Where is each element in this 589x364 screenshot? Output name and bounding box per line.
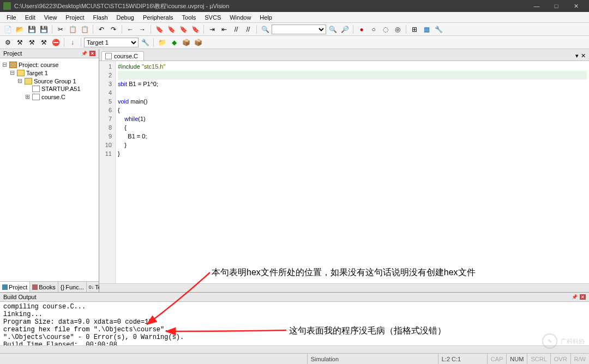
nav-fwd-icon[interactable]: → — [137, 24, 148, 35]
status-cap: CAP — [487, 354, 507, 364]
menu-help[interactable]: Help — [255, 13, 277, 22]
panel-tab-books[interactable]: Books — [30, 282, 58, 292]
close-button[interactable]: ✕ — [566, 0, 586, 12]
project-panel: Project 📌 × ⊟ Project: course ⊟ Target 1… — [0, 49, 99, 292]
bookmark-prev-icon[interactable]: 🔖 — [166, 24, 177, 35]
menubar: FileEditViewProjectFlashDebugPeripherals… — [0, 12, 589, 23]
editor-scrollbar[interactable] — [99, 283, 589, 292]
save-icon[interactable]: 💾 — [26, 24, 37, 35]
pin-icon[interactable]: 📌 — [81, 51, 87, 56]
target-select[interactable]: Target 1 — [84, 38, 139, 47]
undo-icon[interactable]: ↶ — [96, 24, 107, 35]
menu-flash[interactable]: Flash — [89, 13, 112, 22]
build-output-label: Build Output — [3, 294, 37, 300]
unindent-icon[interactable]: ⇤ — [219, 24, 230, 35]
project-tree[interactable]: ⊟ Project: course ⊟ Target 1 ⊟ Source Gr… — [0, 58, 99, 281]
build-icon[interactable]: ⚒ — [14, 37, 25, 48]
annotation-errors: 这句表面我的程序没毛病（指格式没错） — [289, 325, 446, 337]
code-editor[interactable]: 1234567891011 #include "stc15.h"sbit B1 … — [99, 61, 589, 283]
indent-icon[interactable]: ⇥ — [207, 24, 218, 35]
editor-tab[interactable]: course.C — [101, 51, 144, 60]
menu-view[interactable]: View — [40, 13, 62, 22]
incremental-find-icon[interactable]: 🔎 — [339, 24, 350, 35]
line-gutter: 1234567891011 — [99, 61, 116, 283]
menu-peripherals[interactable]: Peripherals — [139, 13, 178, 22]
editor-area: course.C ▾ ✕ 1234567891011 #include "stc… — [99, 49, 589, 292]
minimize-button[interactable]: — — [527, 0, 546, 12]
menu-file[interactable]: File — [2, 13, 21, 22]
bookmark-clear-icon[interactable]: 🔖 — [190, 24, 201, 35]
breakpoint-disable-icon[interactable]: ◎ — [392, 24, 403, 35]
pin-icon[interactable]: 📌 — [572, 294, 578, 300]
tree-file[interactable]: ⊞ course.C — [1, 93, 98, 101]
find-icon[interactable]: 🔍 — [260, 24, 271, 35]
file-icon — [105, 53, 112, 59]
tree-root[interactable]: ⊟ Project: course — [1, 60, 98, 69]
open-file-icon[interactable]: 📂 — [14, 24, 25, 35]
toolbar-build: ⚙ ⚒ ⚒ ⚒ ⛔ ↓ Target 1 🔧 📁 ◆ 📦 📦 — [0, 36, 589, 49]
editor-close-icon[interactable]: ✕ — [581, 52, 586, 59]
panel-tab-project[interactable]: Project — [0, 282, 30, 292]
panel-tab-functions[interactable]: {} Func... — [58, 282, 87, 292]
translate-icon[interactable]: ⚙ — [2, 37, 13, 48]
comment-icon[interactable]: // — [231, 24, 242, 35]
toolbar-main: 📄 📂 💾 💾 ✂ 📋 📋 ↶ ↷ ← → 🔖 🔖 🔖 🔖 ⇥ ⇤ // // … — [0, 23, 589, 36]
menu-svcs[interactable]: SVCS — [200, 13, 225, 22]
manage-rte-icon[interactable]: ◆ — [169, 37, 179, 48]
bookmark-next-icon[interactable]: 🔖 — [178, 24, 189, 35]
find-in-files-icon[interactable]: 🔍 — [327, 24, 338, 35]
statusbar: Simulation L:2 C:1 CAP NUM SCRL OVR R/W — [0, 353, 589, 364]
breakpoint-kill-icon[interactable]: ◌ — [380, 24, 391, 35]
tree-root-label: Project: course — [19, 62, 58, 68]
panel-close-icon[interactable]: × — [580, 294, 586, 300]
manage-project-icon[interactable]: 📁 — [157, 37, 167, 48]
menu-tools[interactable]: Tools — [178, 13, 201, 22]
window-icon[interactable]: ⊞ — [409, 24, 420, 35]
tree-target[interactable]: ⊟ Target 1 — [1, 69, 98, 77]
bookmark-icon[interactable]: 🔖 — [154, 24, 165, 35]
editor-tabstrip: course.C ▾ ✕ — [99, 49, 589, 61]
debug-icon[interactable]: ● — [356, 24, 367, 35]
menu-window[interactable]: Window — [225, 13, 255, 22]
build-output-text[interactable]: compiling course.C... linking... Program… — [0, 302, 589, 345]
annotation-hex: 本句表明hex文件所处的位置，如果没有这句话说明没有创建hex文件 — [212, 267, 476, 278]
new-file-icon[interactable]: 📄 — [2, 24, 13, 35]
cut-icon[interactable]: ✂ — [55, 24, 66, 35]
tree-target-label: Target 1 — [26, 70, 48, 76]
paste-icon[interactable]: 📋 — [79, 24, 90, 35]
build-scrollbar[interactable] — [0, 345, 589, 353]
pack-installer-icon[interactable]: 📦 — [193, 37, 203, 48]
toolbox-icon[interactable]: ▦ — [421, 24, 432, 35]
menu-debug[interactable]: Debug — [112, 13, 139, 22]
copy-icon[interactable]: 📋 — [67, 24, 78, 35]
download-icon[interactable]: ↓ — [67, 37, 78, 48]
nav-back-icon[interactable]: ← — [125, 24, 136, 35]
find-combo[interactable] — [272, 25, 326, 34]
tree-file-label: STARTUP.A51 — [41, 86, 81, 92]
panel-close-icon[interactable]: × — [89, 51, 95, 56]
tree-file[interactable]: STARTUP.A51 — [1, 85, 98, 93]
editor-tab-label: course.C — [114, 53, 138, 59]
stop-build-icon[interactable]: ⛔ — [50, 37, 61, 48]
project-panel-title: Project 📌 × — [0, 49, 99, 58]
tree-group[interactable]: ⊟ Source Group 1 — [1, 77, 98, 85]
status-pos: L:2 C:1 — [438, 354, 487, 364]
editor-dropdown-icon[interactable]: ▾ — [575, 52, 579, 59]
batch-build-icon[interactable]: ⚒ — [38, 37, 49, 48]
tree-group-label: Source Group 1 — [34, 78, 76, 84]
uncomment-icon[interactable]: // — [243, 24, 254, 35]
code-lines[interactable]: #include "stc15.h"sbit B1 = P1^0;void ma… — [116, 61, 589, 283]
save-all-icon[interactable]: 💾 — [38, 24, 49, 35]
redo-icon[interactable]: ↷ — [108, 24, 119, 35]
menu-edit[interactable]: Edit — [21, 13, 40, 22]
configure-icon[interactable]: 🔧 — [433, 24, 444, 35]
rebuild-icon[interactable]: ⚒ — [26, 37, 37, 48]
build-output-title: Build Output 📌 × — [0, 293, 589, 302]
maximize-button[interactable]: □ — [546, 0, 566, 12]
target-options-icon[interactable]: 🔧 — [140, 37, 151, 48]
build-output-panel: Build Output 📌 × compiling course.C... l… — [0, 292, 589, 353]
status-ovr: OVR — [550, 354, 570, 364]
breakpoint-insert-icon[interactable]: ○ — [368, 24, 379, 35]
select-packs-icon[interactable]: 📦 — [181, 37, 191, 48]
menu-project[interactable]: Project — [61, 13, 88, 22]
